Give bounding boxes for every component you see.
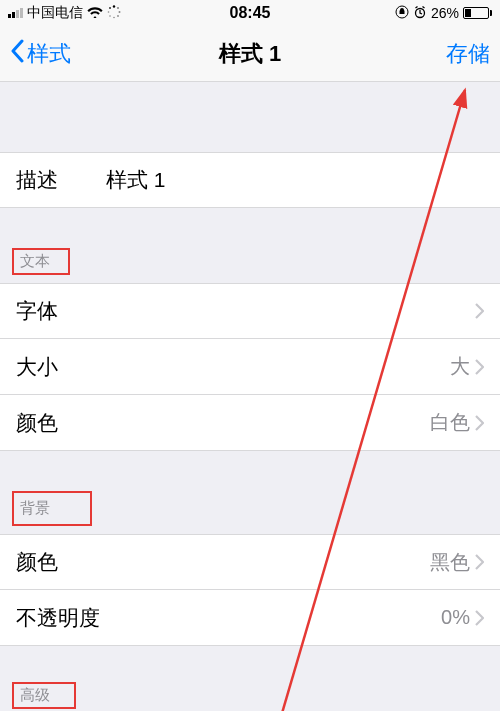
svg-point-4	[113, 16, 115, 18]
chevron-right-icon	[474, 303, 484, 319]
status-left: 中国电信	[8, 4, 121, 22]
orientation-lock-icon	[395, 5, 409, 22]
loading-icon	[107, 5, 121, 22]
size-value: 大	[450, 353, 470, 380]
cell-text-color[interactable]: 颜色 白色	[0, 395, 500, 451]
back-button[interactable]: 样式	[10, 39, 71, 69]
svg-point-1	[117, 6, 119, 8]
section-header-text: 文本	[0, 238, 500, 283]
section-header-advanced: 高级	[0, 672, 500, 711]
section-header-background-label: 背景	[20, 499, 50, 516]
cell-bg-color[interactable]: 颜色 黑色	[0, 534, 500, 590]
section-header-text-label: 文本	[20, 252, 50, 269]
svg-point-5	[109, 15, 111, 17]
chevron-right-icon	[474, 554, 484, 570]
bg-opacity-value: 0%	[441, 606, 470, 629]
description-value: 样式 1	[106, 166, 166, 194]
status-right: 26%	[395, 5, 492, 22]
redbox-background: 背景	[12, 491, 92, 526]
text-color-label: 颜色	[16, 409, 58, 437]
cell-description[interactable]: 描述 样式 1	[0, 152, 500, 208]
signal-icon	[8, 8, 23, 18]
battery-icon	[463, 7, 492, 19]
clock: 08:45	[230, 4, 271, 22]
description-label: 描述	[16, 166, 58, 194]
status-bar: 中国电信 08:45 26%	[0, 0, 500, 26]
svg-point-0	[113, 5, 115, 7]
alarm-icon	[413, 5, 427, 22]
chevron-right-icon	[474, 610, 484, 626]
svg-point-6	[108, 11, 110, 13]
save-button[interactable]: 存储	[446, 39, 490, 69]
redbox-advanced: 高级	[12, 682, 76, 709]
carrier-label: 中国电信	[27, 4, 83, 22]
svg-point-2	[119, 11, 121, 13]
text-color-value: 白色	[430, 409, 470, 436]
section-header-advanced-label: 高级	[20, 686, 50, 703]
spacer	[0, 82, 500, 152]
size-label: 大小	[16, 353, 58, 381]
bg-color-value: 黑色	[430, 549, 470, 576]
nav-bar: 样式 样式 1 存储	[0, 26, 500, 82]
page-title: 样式 1	[219, 39, 281, 69]
svg-point-7	[109, 7, 111, 9]
wifi-icon	[87, 5, 103, 21]
section-header-background: 背景	[0, 481, 500, 534]
battery-percent: 26%	[431, 5, 459, 21]
cell-font[interactable]: 字体	[0, 283, 500, 339]
back-label: 样式	[27, 39, 71, 69]
chevron-right-icon	[474, 359, 484, 375]
redbox-text: 文本	[12, 248, 70, 275]
font-label: 字体	[16, 297, 58, 325]
chevron-left-icon	[10, 39, 27, 69]
bg-opacity-label: 不透明度	[16, 604, 100, 632]
bg-color-label: 颜色	[16, 548, 58, 576]
cell-size[interactable]: 大小 大	[0, 339, 500, 395]
svg-point-3	[117, 15, 119, 17]
cell-bg-opacity[interactable]: 不透明度 0%	[0, 590, 500, 646]
screen: 中国电信 08:45 26% 样	[0, 0, 500, 711]
chevron-right-icon	[474, 415, 484, 431]
